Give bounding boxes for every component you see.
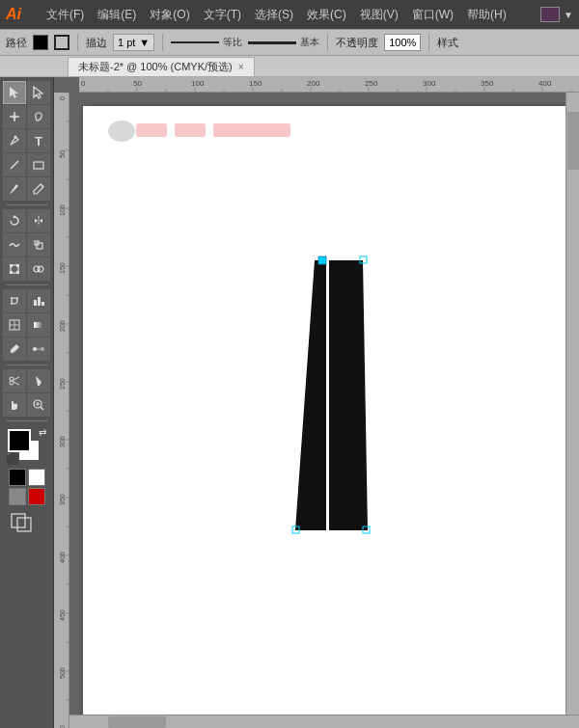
svg-text:500: 500 — [59, 667, 66, 679]
hand-tool[interactable] — [3, 393, 26, 417]
document-tab[interactable]: 未标题-2* @ 100% (CMYK/预选) × — [68, 57, 255, 76]
menu-edit[interactable]: 编辑(E) — [92, 5, 142, 25]
gradient-tool[interactable] — [27, 313, 50, 337]
svg-rect-29 — [38, 297, 41, 306]
svg-text:400: 400 — [59, 552, 66, 563]
svg-text:50: 50 — [59, 150, 66, 158]
lasso-tool[interactable] — [27, 105, 50, 128]
vertical-scrollbar[interactable] — [565, 93, 579, 715]
tool-row-3: T — [3, 129, 50, 152]
magic-wand-tool[interactable] — [3, 105, 26, 128]
svg-rect-30 — [41, 302, 44, 306]
svg-text:250: 250 — [59, 378, 66, 390]
stroke-width-dropdown[interactable]: 1 pt ▼ — [113, 34, 154, 51]
svg-rect-34 — [34, 322, 43, 328]
menu-effect[interactable]: 效果(C) — [301, 5, 352, 25]
tool-row-11 — [3, 337, 50, 361]
ruler-left: 0 50 100 150 200 250 300 350 400 450 500… — [54, 93, 69, 728]
h-scrollbar-thumb[interactable] — [108, 716, 166, 728]
options-bar: 路径 描边 1 pt ▼ 等比 基本 不透明度 100% 样式 — [0, 29, 579, 56]
tool-separator-1 — [6, 204, 48, 205]
workspace-icon — [540, 7, 560, 22]
svg-text:150: 150 — [59, 262, 66, 274]
tool-row-12 — [3, 369, 50, 392]
free-transform-tool[interactable] — [3, 257, 26, 281]
svg-text:300: 300 — [423, 79, 436, 88]
rectangle-tool[interactable] — [27, 153, 50, 176]
svg-point-7 — [14, 136, 17, 139]
svg-marker-13 — [35, 219, 38, 223]
svg-marker-14 — [40, 219, 42, 223]
svg-point-24 — [12, 298, 17, 304]
menu-object[interactable]: 对象(O) — [144, 5, 195, 25]
opacity-label: 不透明度 — [336, 36, 378, 50]
menu-bar: 文件(F) 编辑(E) 对象(O) 文字(T) 选择(S) 效果(C) 视图(V… — [41, 5, 512, 25]
tab-close-button[interactable]: × — [238, 62, 244, 72]
scale-tool[interactable] — [27, 233, 50, 256]
warp-tool[interactable] — [3, 233, 26, 256]
svg-rect-19 — [16, 264, 19, 267]
opacity-value[interactable]: 100% — [384, 34, 421, 51]
svg-point-115 — [108, 121, 135, 142]
column-graph-tool[interactable] — [27, 289, 50, 312]
color-red-swatch[interactable] — [28, 488, 45, 505]
type-tool[interactable]: T — [27, 129, 50, 152]
pencil-tool[interactable] — [27, 177, 50, 201]
svg-point-6 — [13, 115, 16, 119]
app-logo: Ai — [6, 6, 31, 23]
swap-colors-icon[interactable]: ⇄ — [39, 427, 46, 438]
rotate-tool[interactable] — [3, 209, 26, 232]
paintbrush-tool[interactable] — [3, 177, 26, 201]
expand-icon[interactable]: ▼ — [564, 10, 573, 20]
default-colors-icon[interactable]: ⬛ — [6, 452, 20, 466]
selection-tool[interactable] — [3, 81, 26, 104]
knife-tool[interactable] — [27, 369, 50, 392]
tool-row-2 — [3, 105, 50, 128]
menu-type[interactable]: 文字(T) — [198, 5, 247, 25]
tool-row-4 — [3, 153, 50, 176]
menu-help[interactable]: 帮助(H) — [461, 5, 512, 25]
svg-text:0: 0 — [59, 96, 66, 100]
mesh-tool[interactable] — [3, 313, 26, 337]
color-black-swatch[interactable] — [9, 469, 26, 486]
svg-line-10 — [41, 184, 43, 187]
svg-rect-9 — [34, 162, 43, 169]
shape-builder-tool[interactable] — [27, 257, 50, 281]
artboards-icon[interactable] — [10, 510, 44, 536]
blend-tool[interactable] — [27, 337, 50, 361]
reflect-tool[interactable] — [27, 209, 50, 232]
horizontal-scrollbar[interactable] — [69, 715, 579, 728]
menu-window[interactable]: 窗口(W) — [406, 5, 459, 25]
svg-text:300: 300 — [59, 436, 66, 447]
line-sample[interactable] — [171, 41, 219, 43]
line-style-sample[interactable] — [248, 41, 296, 44]
line-type-area: 等比 — [171, 36, 242, 49]
line-segment-tool[interactable] — [3, 153, 26, 176]
scissors-tool[interactable] — [3, 369, 26, 392]
title-bar: Ai 文件(F) 编辑(E) 对象(O) 文字(T) 选择(S) 效果(C) 视… — [0, 0, 579, 29]
eyedropper-tool[interactable] — [3, 337, 26, 361]
color-white-swatch[interactable] — [28, 469, 45, 486]
menu-file[interactable]: 文件(F) — [41, 5, 90, 25]
zoom-tool[interactable] — [27, 393, 50, 417]
menu-select[interactable]: 选择(S) — [249, 5, 299, 25]
symbol-sprayer-tool[interactable] — [3, 289, 26, 312]
pen-tool[interactable] — [3, 129, 26, 152]
stroke-shape[interactable] — [54, 35, 69, 50]
svg-text:350: 350 — [59, 494, 66, 505]
style-label: 样式 — [437, 36, 458, 50]
svg-point-26 — [16, 297, 18, 299]
fill-color-swatch[interactable] — [33, 35, 48, 50]
tool-separator-3 — [6, 364, 48, 365]
foreground-color-swatch[interactable] — [8, 429, 31, 452]
svg-text:450: 450 — [59, 609, 66, 621]
v-scrollbar-thumb[interactable] — [567, 112, 579, 170]
svg-rect-48 — [17, 518, 31, 531]
color-gray-swatch[interactable] — [9, 488, 26, 505]
menu-view[interactable]: 视图(V) — [354, 5, 404, 25]
direct-selection-tool[interactable] — [27, 81, 50, 104]
canvas-area[interactable]: 0 50 100 150 200 250 300 350 400 — [54, 77, 579, 728]
svg-rect-15 — [37, 243, 42, 249]
document-canvas[interactable] — [83, 106, 569, 718]
separator-3 — [327, 34, 328, 51]
